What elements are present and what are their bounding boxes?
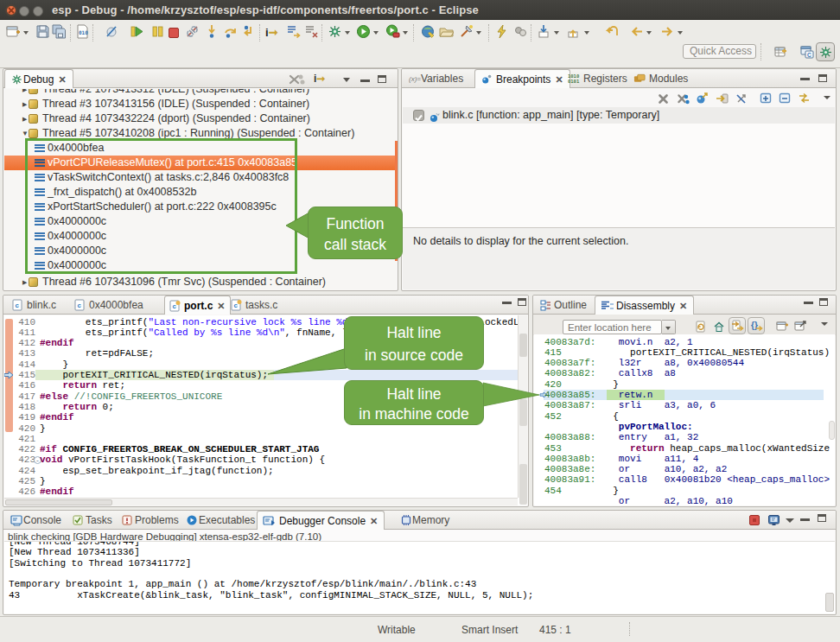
svg-text:(x)=: (x)= [409, 75, 421, 83]
svg-text:c: c [78, 302, 82, 309]
svg-text:0101: 0101 [568, 79, 580, 84]
svg-text:010: 010 [79, 29, 88, 35]
svg-text:C: C [807, 52, 811, 58]
svg-text:c: c [16, 302, 20, 309]
